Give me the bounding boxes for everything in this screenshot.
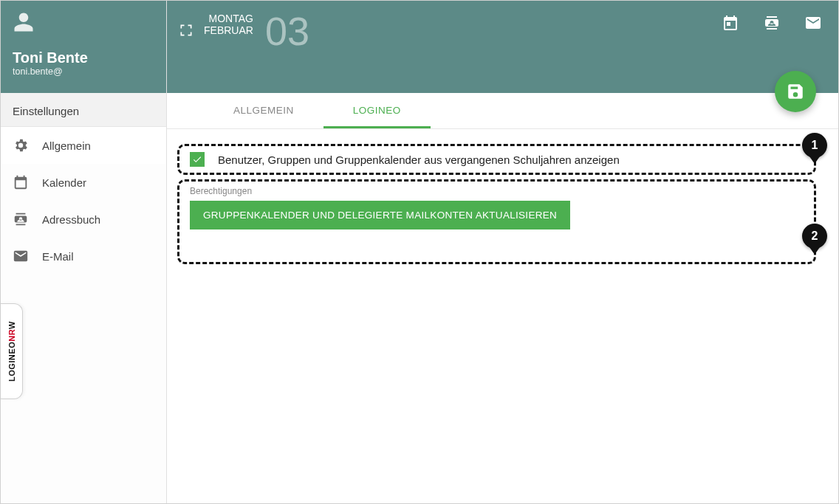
contacts-icon [13,211,29,227]
save-fab[interactable] [775,71,816,112]
tab-allgemein[interactable]: ALLGEMEIN [204,93,323,128]
app-root: Toni Bente toni.bente@ Einstellungen All… [0,0,839,504]
annotation-box-1: Benutzer, Gruppen und Gruppenkalender au… [177,144,816,175]
update-groupcalendar-button[interactable]: GRUPPENKALENDER UND DELEGIERTE MAILKONTE… [190,201,570,229]
sidebar-item-label: Allgemein [42,139,91,152]
sidebar-section-title: Einstellungen [1,93,166,127]
header-day-number: 03 [265,13,309,50]
header-date: MONTAG FEBRUAR [204,13,253,36]
mail-icon[interactable] [804,14,822,35]
header-dow: MONTAG [204,13,253,24]
tab-logineo[interactable]: LOGINEO [323,93,431,128]
profile-block: Toni Bente toni.bente@ [1,1,166,93]
sidebar: Toni Bente toni.bente@ Einstellungen All… [1,1,167,503]
header-month: FEBRUAR [204,24,253,36]
profile-name: Toni Bente [13,49,154,66]
content: ALLGEMEIN LOGINEO Benutzer, Gruppen und … [167,93,838,503]
calendar-icon [13,174,29,190]
annotation-marker-2: 2 [802,224,827,249]
annotation-box-2: Berechtigungen GRUPPENKALENDER UND DELEG… [177,179,816,264]
header-icons [722,14,822,35]
header: MONTAG FEBRUAR 03 [167,1,838,93]
sidebar-item-kalender[interactable]: Kalender [1,164,166,201]
main-area: MONTAG FEBRUAR 03 ALLGEMEIN LOGINEO [167,1,838,503]
sidebar-item-email[interactable]: E-Mail [1,238,166,275]
sidebar-item-adressbuch[interactable]: Adressbuch [1,201,166,238]
show-past-years-label: Benutzer, Gruppen und Gruppenkalender au… [218,153,620,166]
logineo-logo-text: LOGINEONRW [7,321,16,382]
show-past-years-checkbox[interactable] [190,152,205,167]
sidebar-item-label: Kalender [42,176,86,189]
logineo-side-tab[interactable]: LOGINEONRW [1,303,23,399]
sidebar-item-label: E-Mail [42,250,74,263]
sidebar-item-label: Adressbuch [42,213,100,226]
sidebar-item-allgemein[interactable]: Allgemein [1,127,166,164]
header-left: MONTAG FEBRUAR 03 [179,13,309,50]
settings-pane: Benutzer, Gruppen und Gruppenkalender au… [167,129,838,279]
gear-icon [13,137,29,153]
profile-email: toni.bente@ [13,66,154,77]
avatar-icon [13,11,154,36]
calendar-icon[interactable] [722,14,739,35]
permissions-label: Berechtigungen [190,186,804,196]
mail-icon [13,248,29,264]
tabs: ALLGEMEIN LOGINEO [167,93,838,129]
fullscreen-icon[interactable] [179,23,194,41]
contacts-icon[interactable] [763,14,781,35]
annotation-marker-1: 1 [802,133,827,158]
